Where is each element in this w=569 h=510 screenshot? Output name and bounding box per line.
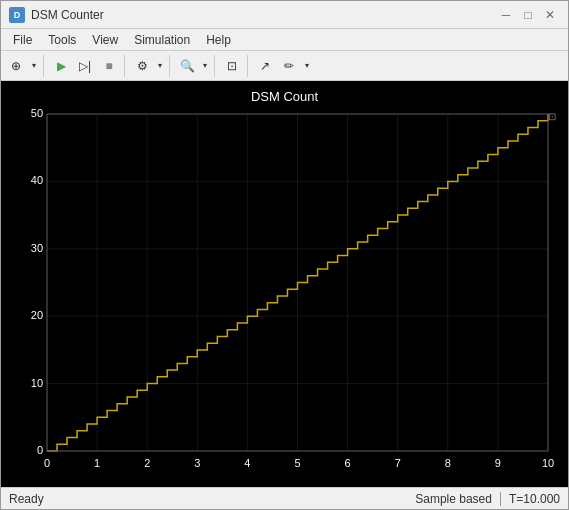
- window-title: DSM Counter: [31, 8, 104, 22]
- status-right: Sample based T=10.000: [415, 492, 560, 506]
- toolbar-group-run: ▶ ▷| ■: [50, 55, 125, 77]
- toolbar-settings-dropdown[interactable]: ▾: [155, 55, 165, 77]
- toolbar-group-select: ⊡: [221, 55, 248, 77]
- toolbar-run-button[interactable]: ▶: [50, 55, 72, 77]
- menu-tools[interactable]: Tools: [40, 31, 84, 49]
- toolbar-zoom-dropdown[interactable]: ▾: [200, 55, 210, 77]
- close-button[interactable]: ✕: [540, 6, 560, 24]
- toolbar-tool1-button[interactable]: ↗: [254, 55, 276, 77]
- status-divider: [500, 492, 501, 506]
- toolbar-tool2-button[interactable]: ✏: [278, 55, 300, 77]
- chart-container: DSM Count ⊡: [1, 81, 568, 487]
- toolbar-group-settings: ⚙ ▾: [131, 55, 170, 77]
- toolbar-group-tools: ↗ ✏ ▾: [254, 55, 316, 77]
- toolbar-new-button[interactable]: ⊕: [5, 55, 27, 77]
- menu-bar: File Tools View Simulation Help: [1, 29, 568, 51]
- chart-corner-button[interactable]: ⊡: [544, 108, 560, 124]
- minimize-button[interactable]: ─: [496, 6, 516, 24]
- status-text: Ready: [9, 492, 44, 506]
- menu-help[interactable]: Help: [198, 31, 239, 49]
- toolbar-zoom-in-button[interactable]: 🔍: [176, 55, 198, 77]
- chart-area: ⊡: [9, 108, 560, 479]
- toolbar-new-dropdown[interactable]: ▾: [29, 55, 39, 77]
- toolbar-group-file: ⊕ ▾: [5, 55, 44, 77]
- toolbar: ⊕ ▾ ▶ ▷| ■ ⚙ ▾ 🔍 ▾ ⊡ ↗ ✏ ▾: [1, 51, 568, 81]
- title-bar-left: D DSM Counter: [9, 7, 104, 23]
- chart-title: DSM Count: [9, 89, 560, 104]
- menu-simulation[interactable]: Simulation: [126, 31, 198, 49]
- maximize-button[interactable]: □: [518, 6, 538, 24]
- main-window: D DSM Counter ─ □ ✕ File Tools View Simu…: [0, 0, 569, 510]
- sample-based-label: Sample based: [415, 492, 492, 506]
- chart-canvas[interactable]: [9, 108, 560, 479]
- title-bar: D DSM Counter ─ □ ✕: [1, 1, 568, 29]
- toolbar-stop-button[interactable]: ■: [98, 55, 120, 77]
- menu-view[interactable]: View: [84, 31, 126, 49]
- time-label: T=10.000: [509, 492, 560, 506]
- toolbar-tool2-dropdown[interactable]: ▾: [302, 55, 312, 77]
- menu-file[interactable]: File: [5, 31, 40, 49]
- window-controls: ─ □ ✕: [496, 6, 560, 24]
- status-bar: Ready Sample based T=10.000: [1, 487, 568, 509]
- toolbar-step-button[interactable]: ▷|: [74, 55, 96, 77]
- app-icon: D: [9, 7, 25, 23]
- toolbar-select-button[interactable]: ⊡: [221, 55, 243, 77]
- toolbar-group-zoom: 🔍 ▾: [176, 55, 215, 77]
- toolbar-settings-button[interactable]: ⚙: [131, 55, 153, 77]
